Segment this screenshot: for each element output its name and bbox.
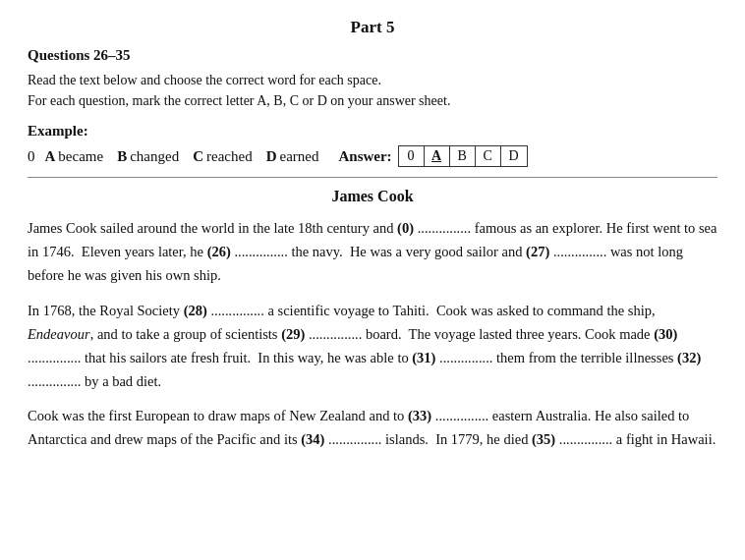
instructions: Read the text below and choose the corre… xyxy=(28,70,717,111)
option-c: C reached xyxy=(193,148,252,165)
answer-cell-a: A xyxy=(425,146,450,166)
example-label: Example: xyxy=(28,123,717,140)
answer-grid: 0 A B C D xyxy=(398,145,528,167)
answer-cell-b: B xyxy=(450,146,476,166)
option-d: D earned xyxy=(266,148,319,165)
example-number: 0 xyxy=(28,148,35,165)
divider xyxy=(28,177,717,178)
answer-label: Answer: xyxy=(338,148,391,165)
answer-cell-0: 0 xyxy=(399,146,425,166)
questions-label: Questions 26–35 xyxy=(28,47,717,64)
option-b: B changed xyxy=(117,148,179,165)
passage-para-2: In 1768, the Royal Society (28) ........… xyxy=(28,300,717,394)
example-row: 0 A became B changed C reached D earned … xyxy=(28,145,717,167)
answer-cell-d: D xyxy=(501,146,527,166)
answer-cell-c: C xyxy=(476,146,501,166)
answer-box: Answer: 0 A B C D xyxy=(338,145,527,167)
passage-title: James Cook xyxy=(28,188,717,205)
passage-para-1: James Cook sailed around the world in th… xyxy=(28,217,717,288)
option-a: A became xyxy=(45,148,104,165)
part-title: Part 5 xyxy=(28,18,717,37)
passage-para-3: Cook was the first European to draw maps… xyxy=(28,405,717,452)
